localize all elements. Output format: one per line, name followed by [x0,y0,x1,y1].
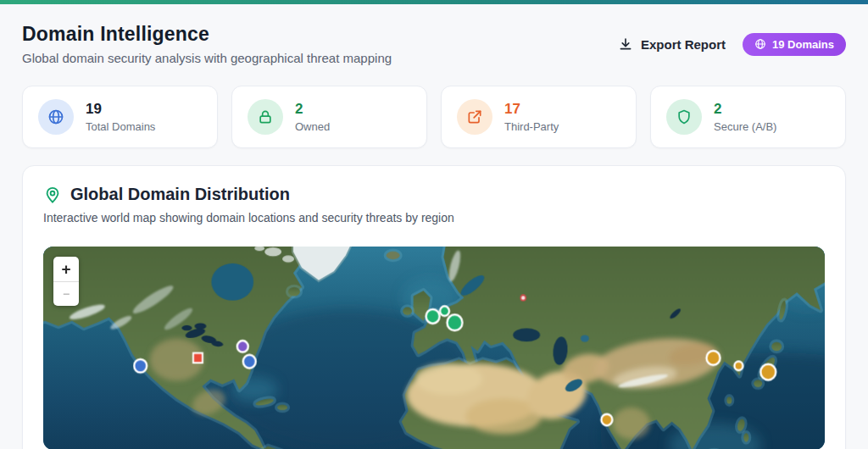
zoom-in-button[interactable]: + [53,257,79,281]
domains-count-badge: 19 Domains [743,33,846,56]
stat-value: 2 [714,101,776,118]
world-map-canvas[interactable] [43,247,825,449]
header: Domain Intelligence Global domain securi… [22,23,846,65]
export-report-label: Export Report [641,37,726,52]
download-icon [618,36,633,52]
map-marker[interactable] [426,309,440,324]
zoom-out-button[interactable]: − [53,281,79,306]
world-map[interactable]: + − [43,247,825,449]
stat-value: 19 [86,101,155,118]
map-marker[interactable] [447,314,462,330]
stat-label: Owned [295,120,330,133]
page: Domain Intelligence Global domain securi… [0,23,868,449]
stat-text: 17 Third-Party [504,101,559,133]
map-pin-icon [43,186,62,204]
map-marker[interactable] [134,359,147,373]
domains-count-label: 19 Domains [772,38,834,51]
export-report-button[interactable]: Export Report [618,36,726,52]
section-subtitle: Interactive world map showing domain loc… [43,211,825,224]
page-title: Domain Intelligence [22,23,392,46]
map-zoom-control: + − [53,257,79,306]
map-marker[interactable] [760,364,776,380]
globe-icon [754,38,766,50]
map-marker[interactable] [734,362,743,370]
stat-value: 2 [295,101,330,118]
header-right: Export Report 19 Domains [618,33,846,56]
section-title-row: Global Domain Distribution [43,185,825,204]
stat-card-third-party: 17 Third-Party [441,86,637,148]
map-marker[interactable] [520,295,526,300]
map-marker[interactable] [193,353,203,363]
map-marker[interactable] [706,351,720,365]
stat-text: 2 Secure (A/B) [714,101,776,133]
stat-label: Third-Party [504,120,559,133]
accent-bar [0,0,868,4]
stat-value: 17 [504,101,559,118]
stat-text: 2 Owned [295,101,330,133]
stat-card-secure: 2 Secure (A/B) [650,86,846,148]
globe-icon [38,99,74,135]
shield-icon [666,99,702,135]
external-link-icon [457,99,492,135]
stat-label: Secure (A/B) [714,120,776,133]
global-domain-distribution-section: Global Domain Distribution Interactive w… [22,165,846,449]
stat-card-owned: 2 Owned [231,86,427,148]
map-marker[interactable] [601,414,612,426]
lock-icon [248,99,283,135]
map-marker[interactable] [243,355,256,369]
map-marker[interactable] [237,341,248,352]
page-subtitle: Global domain security analysis with geo… [22,51,392,65]
stat-label: Total Domains [86,120,155,133]
header-left: Domain Intelligence Global domain securi… [22,23,392,65]
stats-row: 19 Total Domains 2 Owned [22,86,846,148]
stat-card-total-domains: 19 Total Domains [22,86,218,148]
map-marker[interactable] [440,306,449,315]
stat-text: 19 Total Domains [86,101,155,133]
section-title: Global Domain Distribution [70,185,290,204]
